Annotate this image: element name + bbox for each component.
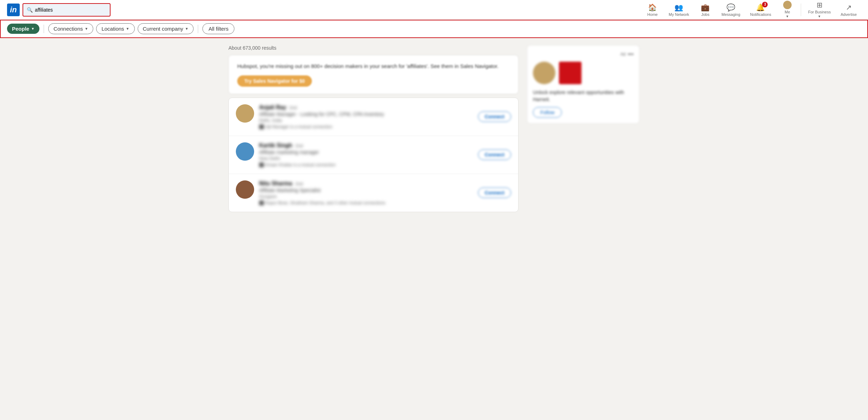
nav-item-me[interactable]: Me ▾ — [777, 0, 798, 20]
messaging-icon: 💬 — [727, 3, 735, 12]
result-title: Affiliate marketing manager — [259, 149, 511, 155]
left-column: About 673,000 results Hubspot, you're mi… — [228, 45, 518, 212]
navbar: in 🔍 🏠 Home 👥 My Network 💼 Jobs 💬 Messag… — [0, 0, 868, 20]
connect-button[interactable]: Connect — [478, 187, 511, 198]
connect-button[interactable]: Connect — [478, 149, 511, 160]
jobs-icon: 💼 — [701, 3, 710, 12]
ad-images — [533, 62, 634, 84]
current-company-chevron-icon: ▼ — [185, 27, 189, 31]
connection-icon — [259, 162, 264, 167]
current-company-filter-button[interactable]: Current company ▼ — [138, 23, 194, 34]
connect-button[interactable]: Connect — [478, 111, 511, 122]
result-location: New Delhi — [259, 156, 511, 161]
result-info: Nitu Sharma 2nd Affiliate Marketing Spec… — [259, 180, 511, 205]
table-row: Anjali Ray 2nd Affiliate Manager - Looki… — [229, 98, 518, 136]
result-info: Anjali Ray 2nd Affiliate Manager - Looki… — [259, 104, 511, 129]
nav-item-notifications[interactable]: 🔔 3 Notifications — [746, 0, 775, 20]
avatar — [783, 1, 792, 9]
avatar — [236, 142, 254, 161]
advertise-icon: ↗ — [846, 3, 852, 12]
table-row: Kartik Singh 2nd Affiliate marketing man… — [229, 136, 518, 174]
locations-filter-button[interactable]: Locations ▼ — [96, 23, 134, 34]
nav-notifications-label: Notifications — [750, 12, 771, 17]
connections-filter-button[interactable]: Connections ▼ — [48, 23, 93, 34]
nav-advertise-label: Advertise — [841, 12, 857, 17]
nav-home-label: Home — [647, 12, 658, 17]
ad-card: Ad ••• Unlock explore relevant opportuni… — [527, 45, 640, 124]
nav-forbusiness-label: For Business — [808, 10, 831, 14]
ad-ellipsis-icon[interactable]: ••• — [628, 51, 634, 57]
home-icon: 🏠 — [648, 3, 657, 12]
promo-button[interactable]: Try Sales Navigator for $0 — [237, 75, 312, 87]
result-location: Delhi, India — [259, 118, 511, 123]
result-connection: Kiraan Khattar is a mutual connection — [259, 162, 511, 167]
nav-mynetwork-label: My Network — [669, 12, 689, 17]
result-name: Nitu Sharma 2nd — [259, 180, 511, 187]
grid-icon: ⊞ — [817, 1, 823, 9]
search-icon: 🔍 — [27, 7, 33, 13]
locations-chevron-icon: ▼ — [126, 27, 130, 31]
filter-bar: People ▼ Connections ▼ Locations ▼ Curre… — [0, 20, 868, 38]
promo-card: Hubspot, you're missing out on 800+ deci… — [228, 55, 518, 94]
main-content: About 673,000 results Hubspot, you're mi… — [223, 38, 645, 219]
result-title: Affiliate Marketing Specialist — [259, 187, 511, 193]
result-name: Kartik Singh 2nd — [259, 142, 511, 149]
nav-item-home[interactable]: 🏠 Home — [642, 0, 663, 20]
connection-icon — [259, 124, 264, 129]
all-filters-button[interactable]: All filters — [202, 23, 234, 34]
connections-chevron-icon: ▼ — [84, 27, 88, 31]
ad-header: Ad ••• — [533, 51, 634, 57]
result-title: Affiliate Manager - Looking for CPC, CPM… — [259, 111, 511, 117]
ad-person-avatar — [533, 62, 555, 84]
table-row: Nitu Sharma 2nd Affiliate Marketing Spec… — [229, 174, 518, 212]
linkedin-logo[interactable]: in — [7, 4, 20, 16]
ad-text: Unlock explore relevant opportunities wi… — [533, 89, 634, 103]
nav-divider — [801, 4, 801, 16]
result-connection: Nupur Bose, Shubham Sharma, and 3 other … — [259, 200, 511, 205]
right-column: Ad ••• Unlock explore relevant opportuni… — [527, 45, 640, 212]
people-filter-button[interactable]: People ▼ — [7, 24, 39, 34]
results-card: Anjali Ray 2nd Affiliate Manager - Looki… — [228, 98, 518, 212]
result-location: Gurgaon — [259, 194, 511, 199]
result-connection: Ajit Manager is a mutual connection — [259, 124, 511, 129]
avatar — [236, 104, 254, 123]
nav-item-jobs[interactable]: 💼 Jobs — [695, 0, 716, 20]
nav-item-advertise[interactable]: ↗ Advertise — [836, 0, 861, 20]
nav-item-mynetwork[interactable]: 👥 My Network — [665, 0, 693, 20]
people-chevron-icon: ▼ — [31, 27, 34, 31]
search-input[interactable] — [35, 7, 106, 13]
nav-messaging-label: Messaging — [722, 12, 740, 17]
result-info: Kartik Singh 2nd Affiliate marketing man… — [259, 142, 511, 167]
mynetwork-icon: 👥 — [674, 3, 683, 12]
connection-icon — [259, 200, 264, 205]
search-box[interactable]: 🔍 — [23, 3, 111, 17]
promo-text: Hubspot, you're missing out on 800+ deci… — [237, 62, 510, 70]
result-name: Anjali Ray 2nd — [259, 104, 511, 111]
ad-follow-button[interactable]: Follow — [533, 107, 562, 118]
nav-items: 🏠 Home 👥 My Network 💼 Jobs 💬 Messaging 🔔… — [642, 0, 861, 20]
filter-divider-1 — [44, 25, 44, 33]
notification-badge: 3 — [762, 2, 768, 7]
nav-me-label: Me — [785, 10, 790, 14]
ad-label: Ad — [621, 52, 626, 57]
nav-item-messaging[interactable]: 💬 Messaging — [717, 0, 744, 20]
nav-jobs-label: Jobs — [701, 12, 709, 17]
filter-divider-2 — [198, 25, 198, 33]
notifications-icon: 🔔 3 — [756, 3, 765, 12]
avatar — [236, 180, 254, 199]
nav-item-forbusiness[interactable]: ⊞ For Business ▾ — [804, 0, 835, 20]
results-count: About 673,000 results — [228, 45, 518, 51]
ad-company-logo — [559, 62, 581, 84]
